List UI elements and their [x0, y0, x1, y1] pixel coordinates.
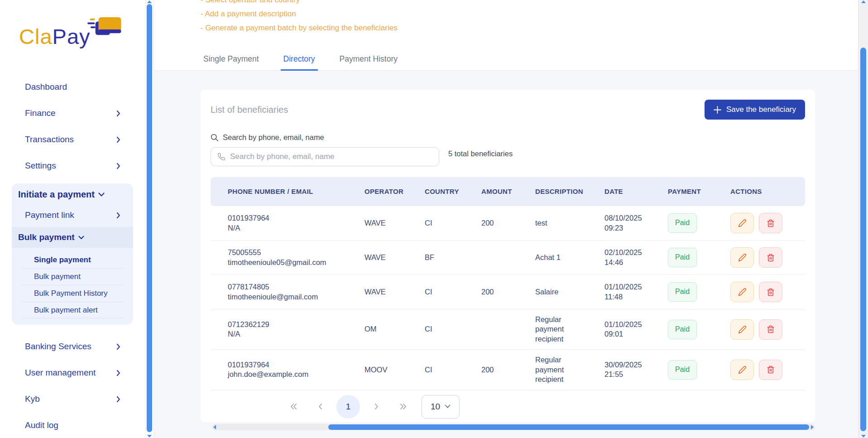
- sidebar-item-label: User management: [25, 368, 96, 378]
- email-value: timotheenioule@gmail.com: [228, 292, 364, 302]
- sidebar-item-kyb[interactable]: Kyb: [0, 386, 145, 412]
- chevron-right-icon: [374, 403, 379, 410]
- sidebar-item-label: Banking Services: [25, 342, 91, 351]
- sidebar-item-bulk-payment-history[interactable]: Bulk Payment History: [22, 285, 124, 302]
- scroll-left-arrow-icon[interactable]: [213, 425, 216, 429]
- delete-button[interactable]: [759, 213, 782, 233]
- cell-actions: [730, 360, 805, 380]
- next-page-button[interactable]: [366, 396, 387, 417]
- sidebar-scrollbar[interactable]: [145, 0, 154, 438]
- sidebar-group-header-bulk-payment[interactable]: Bulk payment: [12, 227, 133, 248]
- sidebar-nav-top: Dashboard Finance Transactions Settings: [0, 74, 145, 179]
- save-button-label: Save the beneficiary: [726, 105, 796, 114]
- previous-page-button[interactable]: [310, 396, 331, 417]
- delete-button[interactable]: [759, 282, 782, 302]
- current-page-indicator[interactable]: 1: [336, 395, 360, 419]
- beneficiaries-card: List of beneficiaries Save the beneficia…: [201, 90, 815, 422]
- sidebar-item-audit-log[interactable]: Audit log: [0, 412, 145, 438]
- cell-description: Salaire: [535, 287, 604, 297]
- sidebar-item-dashboard[interactable]: Dashboard: [0, 74, 145, 100]
- horizontal-scrollbar[interactable]: [212, 424, 815, 430]
- sidebar-item-transactions[interactable]: Transactions: [0, 126, 145, 153]
- scroll-right-arrow-icon[interactable]: [811, 425, 814, 429]
- payment-tabs: Single Payment Directory Payment History: [201, 54, 419, 71]
- sidebar-item-label: Audit log: [25, 420, 58, 430]
- sidebar-item-single-payment[interactable]: Single payment: [22, 251, 124, 268]
- cell-actions: [730, 319, 805, 340]
- sidebar-item-finance[interactable]: Finance: [0, 100, 145, 126]
- edit-button[interactable]: [730, 213, 754, 233]
- vertical-scrollbar-thumb[interactable]: [860, 48, 866, 431]
- cell-payment: Paid: [668, 248, 730, 267]
- column-header-amount: AMOUNT: [481, 187, 535, 196]
- sidebar-item-settings[interactable]: Settings: [0, 153, 145, 179]
- status-badge: Paid: [668, 213, 697, 233]
- cell-operator: WAVE: [364, 218, 425, 228]
- scroll-down-arrow-icon[interactable]: [147, 435, 152, 438]
- edit-button[interactable]: [730, 282, 754, 302]
- chevron-down-icon: [98, 193, 105, 197]
- column-header-operator: OPERATOR: [364, 187, 425, 196]
- sidebar-item-label: Finance: [25, 108, 56, 118]
- edit-button[interactable]: [730, 319, 754, 340]
- search-box: [211, 147, 439, 166]
- cell-amount: 200: [481, 365, 535, 375]
- vertical-scrollbar[interactable]: [858, 0, 868, 438]
- sidebar-item-label: Transactions: [25, 135, 74, 144]
- table-row: 0101937964 john.doe@example.com MOOV CI …: [211, 350, 805, 390]
- phone-value: 0101937964: [228, 360, 364, 370]
- instruction-line: - Select operator and country: [201, 0, 398, 7]
- last-page-button[interactable]: [393, 396, 413, 417]
- column-header-payment: PAYMENT: [668, 187, 730, 196]
- time-value: 21:55: [604, 370, 668, 379]
- status-badge: Paid: [668, 320, 697, 339]
- scroll-down-arrow-icon[interactable]: [861, 435, 866, 438]
- email-value: timotheenioule05@gmail.com: [228, 258, 364, 267]
- sidebar-item-label: Payment link: [25, 210, 74, 220]
- edit-button[interactable]: [730, 360, 754, 380]
- horizontal-scrollbar-thumb[interactable]: [328, 424, 809, 430]
- time-value: 09:23: [604, 223, 668, 233]
- edit-button[interactable]: [730, 247, 754, 268]
- trash-icon: [767, 254, 775, 262]
- sidebar-item-bulk-payment-alert[interactable]: Bulk payment alert: [22, 302, 124, 318]
- cell-payment: Paid: [668, 282, 730, 302]
- search-input[interactable]: [230, 152, 432, 161]
- logo-text-indigo: Pay: [53, 24, 91, 48]
- cell-operator: OM: [364, 324, 425, 334]
- trash-icon: [767, 288, 775, 296]
- save-beneficiary-button[interactable]: Save the beneficiary: [705, 100, 805, 120]
- sidebar-item-bulk-payment[interactable]: Bulk payment: [22, 268, 124, 285]
- delete-button[interactable]: [759, 319, 782, 340]
- phone-icon: [217, 153, 225, 161]
- pencil-icon: [738, 253, 747, 262]
- group-header-label: Initiate a payment: [18, 189, 95, 200]
- delete-button[interactable]: [759, 360, 782, 380]
- chevron-down-icon: [78, 236, 84, 240]
- sidebar-item-banking-services[interactable]: Banking Services: [0, 333, 145, 360]
- sidebar-item-payment-link[interactable]: Payment link: [12, 203, 133, 227]
- bulk-payment-sub-list: Single payment Bulk payment Bulk Payment…: [12, 248, 133, 325]
- sidebar-item-label: Bulk Payment History: [34, 289, 108, 298]
- clapay-logo[interactable]: ClaPay: [0, 0, 145, 74]
- sidebar-item-user-management[interactable]: User management: [0, 360, 145, 386]
- page-size-select[interactable]: 10: [422, 395, 460, 419]
- cell-description: Achat 1: [535, 253, 604, 262]
- total-beneficiaries-count: 5 total beneficiaries: [448, 149, 513, 158]
- table-row: 0101937964 N/A WAVE CI 200 test 08/10/20…: [211, 206, 805, 241]
- cell-payment: Paid: [668, 360, 730, 380]
- sidebar-group-header-initiate-a-payment[interactable]: Initiate a payment: [12, 185, 133, 203]
- tab-single-payment[interactable]: Single Payment: [201, 54, 262, 71]
- scroll-up-arrow-icon[interactable]: [861, 0, 866, 3]
- first-page-button[interactable]: [283, 396, 304, 417]
- chevron-right-icon: [116, 110, 120, 117]
- tab-payment-history[interactable]: Payment History: [337, 54, 400, 71]
- sidebar-scrollbar-thumb[interactable]: [147, 4, 152, 432]
- scroll-up-arrow-icon[interactable]: [147, 0, 152, 3]
- date-value: 01/10/2025: [604, 320, 668, 329]
- cell-date: 01/10/2025 09:01: [604, 320, 668, 339]
- cell-amount: 200: [481, 287, 535, 297]
- delete-button[interactable]: [759, 247, 782, 268]
- beneficiaries-table: PHONE NUMBER / EMAIL OPERATOR COUNTRY AM…: [211, 177, 805, 390]
- tab-directory[interactable]: Directory: [281, 54, 318, 71]
